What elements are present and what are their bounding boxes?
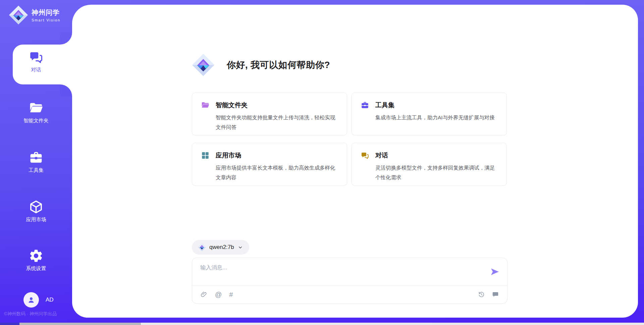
card-title: 智能文件夹	[216, 101, 248, 110]
brand-subtitle: Smart Vision	[32, 18, 60, 22]
card-toolset[interactable]: 工具集 集成市场上主流工具，助力AI与外界无缝扩展与对接	[352, 92, 507, 135]
model-diamond-icon	[198, 243, 206, 251]
avatar	[23, 292, 39, 308]
scrollbar-corner	[0, 323, 19, 325]
chat-icon	[361, 151, 369, 160]
gear-icon	[29, 248, 44, 263]
sidebar-item-app-market[interactable]: 应用市场	[0, 199, 72, 223]
send-icon	[490, 267, 500, 277]
brand-name: 神州问学	[32, 8, 60, 17]
toolbox-icon	[29, 150, 44, 165]
greeting-text: 你好, 我可以如何帮助你?	[227, 59, 330, 71]
active-tab-fillet-top	[60, 32, 72, 45]
hashtag-button[interactable]: #	[229, 291, 233, 298]
sidebar-item-label: 智能文件夹	[0, 118, 72, 124]
sidebar-item-chat[interactable]: 对话	[0, 50, 72, 73]
scrollbar-thumb[interactable]	[19, 323, 141, 325]
card-app-market[interactable]: 应用市场 应用市场提供丰富长文本模板，助力高效生成多样化文章内容	[192, 143, 347, 186]
sidebar-item-system-settings[interactable]: 系统设置	[0, 248, 72, 272]
greeting-row: 你好, 我可以如何帮助你?	[192, 54, 330, 76]
model-name: qwen2:7b	[209, 244, 234, 251]
user-initials: AD	[46, 297, 54, 303]
card-description: 灵活切换多模型文件，支持多样回复效果调试，满足个性化需求	[375, 163, 498, 182]
toolbox-icon	[361, 101, 369, 110]
send-button[interactable]	[490, 267, 500, 277]
folder-icon	[29, 101, 44, 116]
feature-cards: 智能文件夹 智能文件夹功能支持批量文件上传与清洗，轻松实现文件问答 工具集 集成…	[192, 92, 508, 186]
active-tab-fillet-bottom	[60, 84, 72, 96]
attachment-icon[interactable]	[200, 291, 208, 298]
card-description: 集成市场上主流工具，助力AI与外界无缝扩展与对接	[375, 113, 498, 122]
card-title: 工具集	[375, 101, 394, 110]
brand-logo: 神州问学 Smart Vision	[9, 5, 60, 25]
card-title: 对话	[375, 151, 388, 160]
composer-toolbar: @ #	[192, 285, 507, 303]
chevron-down-icon	[237, 245, 243, 250]
history-icon[interactable]	[478, 291, 485, 298]
card-title: 应用市场	[216, 151, 241, 160]
app-window: 神州问学 Smart Vision 对话 智能文件夹 工具集 应用市场 系统设置	[0, 0, 644, 325]
apps-icon	[201, 151, 210, 160]
card-description: 应用市场提供丰富长文本模板，助力高效生成多样化文章内容	[216, 163, 338, 182]
message-composer: @ #	[192, 258, 507, 304]
horizontal-scrollbar[interactable]	[0, 323, 644, 325]
brand-diamond-icon	[9, 5, 28, 25]
person-icon	[26, 295, 36, 305]
sidebar-item-label: 系统设置	[0, 265, 72, 272]
sidebar-item-label: 应用市场	[0, 216, 72, 223]
model-selector[interactable]: qwen2:7b	[192, 240, 249, 255]
folder-icon	[201, 101, 210, 110]
copyright-footer: ©神州数码 · 神州问学出品	[4, 311, 57, 317]
chat-icon	[29, 50, 44, 65]
sidebar-item-label: 工具集	[0, 167, 72, 174]
assistant-diamond-icon	[192, 54, 215, 76]
sidebar-item-toolset[interactable]: 工具集	[0, 150, 72, 174]
chat-bubble-icon[interactable]	[492, 291, 499, 298]
sidebar-item-label: 对话	[0, 67, 72, 73]
message-input[interactable]	[200, 264, 475, 283]
sidebar: 神州问学 Smart Vision 对话 智能文件夹 工具集 应用市场 系统设置	[0, 0, 72, 325]
cube-icon	[29, 199, 44, 214]
card-chat[interactable]: 对话 灵活切换多模型文件，支持多样回复效果调试，满足个性化需求	[352, 143, 507, 186]
user-profile[interactable]: AD	[23, 292, 54, 308]
main-panel: 你好, 我可以如何帮助你? 智能文件夹 智能文件夹功能支持批量文件上传与清洗，轻…	[72, 5, 638, 318]
card-description: 智能文件夹功能支持批量文件上传与清洗，轻松实现文件问答	[216, 113, 338, 132]
sidebar-item-smart-folder[interactable]: 智能文件夹	[0, 101, 72, 124]
card-smart-folder[interactable]: 智能文件夹 智能文件夹功能支持批量文件上传与清洗，轻松实现文件问答	[192, 92, 347, 135]
mention-button[interactable]: @	[215, 291, 222, 298]
